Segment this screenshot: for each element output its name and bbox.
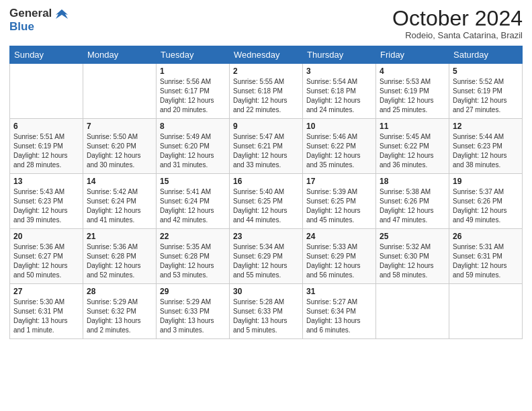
- table-row: 30Sunrise: 5:28 AM Sunset: 6:33 PM Dayli…: [230, 284, 303, 339]
- day-info: Sunrise: 5:40 AM Sunset: 6:25 PM Dayligh…: [233, 187, 299, 225]
- day-number: 11: [380, 122, 445, 131]
- location: Rodeio, Santa Catarina, Brazil: [392, 30, 523, 40]
- day-info: Sunrise: 5:39 AM Sunset: 6:25 PM Dayligh…: [306, 187, 372, 225]
- day-info: Sunrise: 5:27 AM Sunset: 6:34 PM Dayligh…: [306, 298, 372, 335]
- table-row: 8Sunrise: 5:49 AM Sunset: 6:20 PM Daylig…: [157, 119, 230, 174]
- day-number: 29: [160, 287, 226, 296]
- day-info: Sunrise: 5:55 AM Sunset: 6:18 PM Dayligh…: [233, 77, 299, 115]
- day-number: 16: [233, 177, 299, 186]
- day-info: Sunrise: 5:45 AM Sunset: 6:22 PM Dayligh…: [380, 132, 445, 170]
- day-number: 17: [306, 177, 372, 186]
- day-number: 15: [160, 177, 226, 186]
- day-number: 13: [13, 177, 79, 186]
- calendar: Sunday Monday Tuesday Wednesday Thursday…: [9, 46, 523, 339]
- table-row: 13Sunrise: 5:43 AM Sunset: 6:23 PM Dayli…: [10, 174, 83, 229]
- day-number: 31: [306, 287, 372, 296]
- table-row: 4Sunrise: 5:53 AM Sunset: 6:19 PM Daylig…: [376, 64, 449, 119]
- table-row: 22Sunrise: 5:35 AM Sunset: 6:28 PM Dayli…: [157, 229, 230, 284]
- day-info: Sunrise: 5:30 AM Sunset: 6:31 PM Dayligh…: [13, 298, 79, 335]
- calendar-week-row: 1Sunrise: 5:56 AM Sunset: 6:17 PM Daylig…: [10, 64, 523, 119]
- col-tuesday: Tuesday: [157, 46, 230, 64]
- day-info: Sunrise: 5:35 AM Sunset: 6:28 PM Dayligh…: [160, 242, 226, 280]
- day-number: 5: [453, 66, 519, 76]
- day-info: Sunrise: 5:42 AM Sunset: 6:24 PM Dayligh…: [87, 187, 152, 225]
- calendar-week-row: 27Sunrise: 5:30 AM Sunset: 6:31 PM Dayli…: [10, 284, 523, 339]
- logo-text: General Blue: [9, 7, 68, 33]
- table-row: 26Sunrise: 5:31 AM Sunset: 6:31 PM Dayli…: [449, 229, 523, 284]
- table-row: 12Sunrise: 5:44 AM Sunset: 6:23 PM Dayli…: [449, 119, 523, 174]
- day-info: Sunrise: 5:54 AM Sunset: 6:18 PM Dayligh…: [306, 77, 372, 115]
- day-number: 25: [380, 232, 445, 241]
- day-info: Sunrise: 5:49 AM Sunset: 6:20 PM Dayligh…: [160, 132, 226, 170]
- table-row: 24Sunrise: 5:33 AM Sunset: 6:29 PM Dayli…: [303, 229, 376, 284]
- day-number: 14: [87, 177, 152, 186]
- table-row: 16Sunrise: 5:40 AM Sunset: 6:25 PM Dayli…: [230, 174, 303, 229]
- day-info: Sunrise: 5:50 AM Sunset: 6:20 PM Dayligh…: [87, 132, 152, 170]
- table-row: 28Sunrise: 5:29 AM Sunset: 6:32 PM Dayli…: [83, 284, 157, 339]
- day-info: Sunrise: 5:38 AM Sunset: 6:26 PM Dayligh…: [380, 187, 445, 225]
- table-row: 18Sunrise: 5:38 AM Sunset: 6:26 PM Dayli…: [376, 174, 449, 229]
- table-row: 17Sunrise: 5:39 AM Sunset: 6:25 PM Dayli…: [303, 174, 376, 229]
- page: General Blue October 2024 Rodeio, Santa …: [0, 0, 532, 411]
- logo-bird-icon: [56, 8, 68, 20]
- day-info: Sunrise: 5:37 AM Sunset: 6:26 PM Dayligh…: [453, 187, 519, 225]
- table-row: 5Sunrise: 5:52 AM Sunset: 6:19 PM Daylig…: [449, 64, 523, 119]
- day-info: Sunrise: 5:43 AM Sunset: 6:23 PM Dayligh…: [13, 187, 79, 225]
- header: General Blue October 2024 Rodeio, Santa …: [9, 7, 523, 40]
- col-thursday: Thursday: [303, 46, 376, 64]
- table-row: 2Sunrise: 5:55 AM Sunset: 6:18 PM Daylig…: [230, 64, 303, 119]
- day-info: Sunrise: 5:46 AM Sunset: 6:22 PM Dayligh…: [306, 132, 372, 170]
- day-info: Sunrise: 5:53 AM Sunset: 6:19 PM Dayligh…: [380, 77, 445, 115]
- day-info: Sunrise: 5:29 AM Sunset: 6:32 PM Dayligh…: [87, 298, 152, 335]
- day-number: 9: [233, 122, 299, 131]
- day-number: 30: [233, 287, 299, 296]
- table-row: 29Sunrise: 5:29 AM Sunset: 6:33 PM Dayli…: [157, 284, 230, 339]
- day-info: Sunrise: 5:31 AM Sunset: 6:31 PM Dayligh…: [453, 242, 519, 280]
- day-number: 2: [233, 66, 299, 76]
- table-row: 15Sunrise: 5:41 AM Sunset: 6:24 PM Dayli…: [157, 174, 230, 229]
- day-number: 22: [160, 232, 226, 241]
- day-info: Sunrise: 5:29 AM Sunset: 6:33 PM Dayligh…: [160, 298, 226, 335]
- calendar-week-row: 6Sunrise: 5:51 AM Sunset: 6:19 PM Daylig…: [10, 119, 523, 174]
- table-row: 10Sunrise: 5:46 AM Sunset: 6:22 PM Dayli…: [303, 119, 376, 174]
- day-number: 3: [306, 66, 372, 76]
- table-row: 14Sunrise: 5:42 AM Sunset: 6:24 PM Dayli…: [83, 174, 157, 229]
- day-info: Sunrise: 5:32 AM Sunset: 6:30 PM Dayligh…: [380, 242, 445, 280]
- day-number: 27: [13, 287, 79, 296]
- table-row: [10, 64, 83, 119]
- day-info: Sunrise: 5:33 AM Sunset: 6:29 PM Dayligh…: [306, 242, 372, 280]
- calendar-body: 1Sunrise: 5:56 AM Sunset: 6:17 PM Daylig…: [10, 64, 523, 339]
- day-info: Sunrise: 5:28 AM Sunset: 6:33 PM Dayligh…: [233, 298, 299, 335]
- table-row: 1Sunrise: 5:56 AM Sunset: 6:17 PM Daylig…: [157, 64, 230, 119]
- day-number: 10: [306, 122, 372, 131]
- table-row: 20Sunrise: 5:36 AM Sunset: 6:27 PM Dayli…: [10, 229, 83, 284]
- day-number: 21: [87, 232, 152, 241]
- table-row: 31Sunrise: 5:27 AM Sunset: 6:34 PM Dayli…: [303, 284, 376, 339]
- table-row: 27Sunrise: 5:30 AM Sunset: 6:31 PM Dayli…: [10, 284, 83, 339]
- table-row: [376, 284, 449, 339]
- calendar-header-row: Sunday Monday Tuesday Wednesday Thursday…: [10, 46, 523, 64]
- table-row: 19Sunrise: 5:37 AM Sunset: 6:26 PM Dayli…: [449, 174, 523, 229]
- table-row: 9Sunrise: 5:47 AM Sunset: 6:21 PM Daylig…: [230, 119, 303, 174]
- day-number: 23: [233, 232, 299, 241]
- day-number: 8: [160, 122, 226, 131]
- col-sunday: Sunday: [10, 46, 83, 64]
- day-number: 7: [87, 122, 152, 131]
- day-number: 1: [160, 66, 226, 76]
- table-row: [83, 64, 157, 119]
- table-row: 6Sunrise: 5:51 AM Sunset: 6:19 PM Daylig…: [10, 119, 83, 174]
- table-row: 11Sunrise: 5:45 AM Sunset: 6:22 PM Dayli…: [376, 119, 449, 174]
- col-friday: Friday: [376, 46, 449, 64]
- logo: General Blue: [9, 7, 68, 33]
- day-number: 26: [453, 232, 519, 241]
- table-row: 25Sunrise: 5:32 AM Sunset: 6:30 PM Dayli…: [376, 229, 449, 284]
- col-monday: Monday: [83, 46, 157, 64]
- logo-blue: Blue: [9, 20, 34, 33]
- title-block: October 2024 Rodeio, Santa Catarina, Bra…: [392, 7, 523, 40]
- col-saturday: Saturday: [449, 46, 523, 64]
- table-row: 3Sunrise: 5:54 AM Sunset: 6:18 PM Daylig…: [303, 64, 376, 119]
- calendar-week-row: 13Sunrise: 5:43 AM Sunset: 6:23 PM Dayli…: [10, 174, 523, 229]
- day-number: 12: [453, 122, 519, 131]
- day-number: 19: [453, 177, 519, 186]
- day-number: 6: [13, 122, 79, 131]
